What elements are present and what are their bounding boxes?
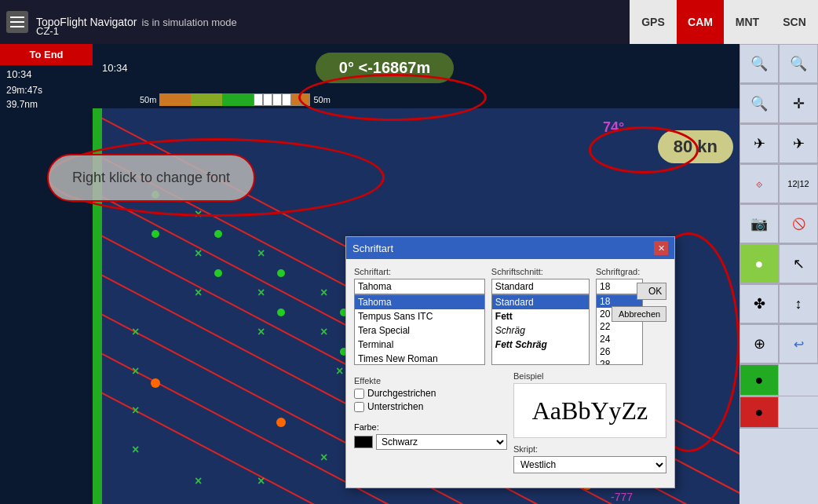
zoom-in-button[interactable]: 🔍 (739, 44, 779, 83)
durchgestrichen-label[interactable]: Durchgestrichen (354, 388, 507, 399)
size-24[interactable]: 24 (597, 333, 642, 345)
menu-icon[interactable] (6, 11, 28, 33)
schriftschnitt-input[interactable] (491, 279, 590, 294)
font-item-terminal[interactable]: Terminal (355, 338, 484, 352)
camera-button[interactable]: 📷 (739, 204, 779, 243)
schnitt-fett-schraeg[interactable]: Fett Schräg (492, 338, 589, 352)
mnt-button[interactable]: MNT (724, 0, 771, 44)
durchgestrichen-checkbox[interactable] (354, 389, 364, 399)
farbe-dropdown[interactable]: Schwarz (376, 434, 507, 450)
ok-button[interactable]: OK (637, 283, 666, 300)
toolbar-row-2: 🔍 ✛ (739, 84, 818, 124)
tool7a-button[interactable]: ✤ (739, 284, 779, 323)
speed-display: 80 kn (658, 130, 733, 163)
font-list[interactable]: Tahoma Tempus Sans ITC Tera Special Term… (354, 294, 485, 365)
svg-text:74°: 74° (603, 119, 624, 135)
svg-text:×: × (195, 474, 202, 488)
size-28[interactable]: 28 (597, 358, 642, 365)
font-item-tempus[interactable]: Tempus Sans ITC (355, 309, 484, 323)
schriftart-input[interactable] (354, 279, 485, 294)
beispiel-col: Beispiel AaBbYyZz Skript: Westlich (513, 371, 666, 473)
font-item-times[interactable]: Times New Roman (355, 352, 484, 365)
farbe-select: Schwarz (354, 434, 507, 450)
color-swatch (354, 436, 373, 448)
svg-text:×: × (195, 286, 202, 299)
dialog-title: Schriftart (352, 243, 393, 254)
nav2-button[interactable]: 12|12 (779, 164, 818, 203)
to-end-button[interactable]: To End (0, 44, 93, 65)
pan-button[interactable]: 🔍 (739, 84, 779, 123)
cam-button[interactable]: CAM (677, 0, 724, 44)
svg-point-15 (277, 309, 285, 316)
green-indicator[interactable]: ● (739, 364, 779, 396)
waypoint-button[interactable]: ⊕ (739, 324, 779, 363)
no-button[interactable]: 🚫 (779, 204, 818, 243)
scn-button[interactable]: SCN (771, 0, 818, 44)
effects-section: Effekte Durchgestrichen Unterstrichen (354, 376, 507, 415)
back-button[interactable]: ↩ (779, 324, 818, 363)
tool7b-button[interactable]: ↕ (779, 284, 818, 323)
svg-text:×: × (132, 404, 139, 417)
sim-mode-label: is in simulation mode (141, 16, 236, 28)
plane-left-button[interactable]: ✈ (739, 124, 779, 163)
svg-point-9 (214, 230, 222, 238)
crosshair-button[interactable]: ✛ (779, 84, 818, 123)
toolbar-row-9: ● (739, 364, 818, 396)
tooltip-text: Right klick to change font (72, 170, 230, 185)
svg-text:-777: -777 (611, 491, 633, 503)
toolbar-row-5: 📷 🚫 (739, 204, 818, 244)
svg-text:×: × (132, 325, 139, 338)
font-item-tahoma[interactable]: Tahoma (355, 295, 484, 309)
toolbar-row-1: 🔍 🔍 (739, 44, 818, 84)
toolbar-row-8: ⊕ ↩ (739, 324, 818, 364)
schriftschnitt-label: Schriftschnitt: (491, 267, 590, 276)
schriftschnitt-col: Schriftschnitt: Standard Fett Schräg Fet… (491, 267, 590, 365)
plane-right-button[interactable]: ✈ (779, 124, 818, 163)
svg-point-45 (151, 378, 160, 388)
zoom-out-button[interactable]: 🔍 (779, 44, 818, 83)
dialog-close-button[interactable]: ✕ (654, 241, 668, 255)
toolbar-row-7: ✤ ↕ (739, 284, 818, 324)
skript-section: Skript: Westlich (513, 444, 666, 473)
svg-text:×: × (320, 325, 327, 338)
size-22[interactable]: 22 (597, 320, 642, 333)
subtitle-label: CZ-1 (36, 25, 59, 37)
size-26[interactable]: 26 (597, 345, 642, 358)
toolbar-row-4: ⟐ 12|12 (739, 164, 818, 204)
effekte-label: Effekte (354, 376, 507, 385)
dialog-body: Schriftart: Tahoma Tempus Sans ITC Tera … (346, 259, 674, 488)
gps-button[interactable]: GPS (630, 0, 677, 44)
svg-text:×: × (320, 451, 327, 464)
svg-text:×: × (132, 443, 139, 456)
unterstrichen-label[interactable]: Unterstrichen (354, 401, 507, 412)
schnitt-fett[interactable]: Fett (492, 309, 589, 323)
svg-text:×: × (257, 247, 265, 260)
svg-point-46 (276, 418, 286, 427)
svg-point-10 (277, 269, 285, 277)
schnitt-list[interactable]: Standard Fett Schräg Fett Schräg (491, 294, 590, 365)
color-bars: 50m 50m (93, 91, 739, 108)
active-tool-button[interactable]: ● (739, 244, 779, 283)
nav-buttons: GPS CAM MNT SCN (630, 0, 818, 44)
schriftgrad-col: Schriftgrad: 18 20 22 24 26 28 36 OK Abb… (596, 267, 666, 365)
heading-display: 0° <-16867m (316, 53, 454, 83)
cancel-button[interactable]: Abbrechen (612, 306, 666, 322)
elapsed-display: 29m:47s (0, 83, 93, 97)
font-item-tera[interactable]: Tera Special (355, 323, 484, 338)
schriftgrad-input[interactable] (596, 279, 643, 294)
unterstrichen-checkbox[interactable] (354, 402, 364, 412)
red-indicator[interactable]: ● (739, 396, 779, 428)
size-list[interactable]: 18 20 22 24 26 28 36 (596, 294, 643, 365)
svg-text:×: × (195, 207, 202, 221)
svg-text:×: × (132, 364, 139, 378)
nav1-button[interactable]: ⟐ (739, 164, 779, 203)
svg-point-14 (214, 269, 222, 277)
skript-select[interactable]: Westlich (513, 456, 666, 473)
distance-display: 39.7nm (0, 97, 93, 111)
toolbar-row-10: ● (739, 396, 818, 429)
schnitt-schraeg[interactable]: Schräg (492, 323, 589, 338)
schnitt-standard[interactable]: Standard (492, 295, 589, 309)
main-area: To End 10:34 29m:47s 39.7nm 10:34 0° <-1… (0, 44, 818, 504)
vertical-bar (93, 44, 102, 504)
cursor-button[interactable]: ↖ (779, 244, 818, 283)
